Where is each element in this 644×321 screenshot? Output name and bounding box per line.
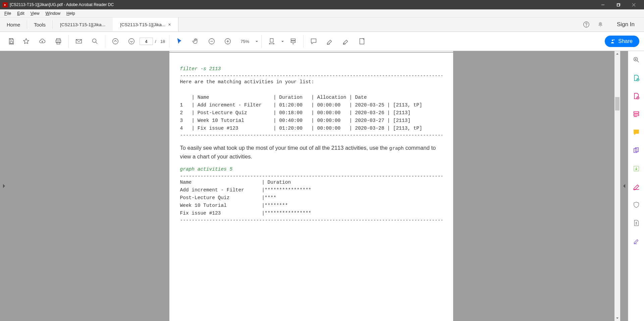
search-plus-icon[interactable] [632, 56, 640, 64]
separator [169, 35, 169, 48]
svg-rect-21 [270, 39, 273, 42]
svg-line-13 [96, 42, 98, 44]
tools-tab[interactable]: Tools [27, 17, 52, 32]
document-tab-1[interactable]: [CS2113-T15-1][Jika... [53, 17, 113, 32]
fill-sign-icon[interactable] [632, 237, 640, 245]
svg-rect-22 [291, 39, 296, 41]
zoom-in-icon[interactable] [220, 33, 236, 49]
pdf-icon: ▸ [3, 2, 8, 7]
vertical-scrollbar[interactable] [614, 51, 620, 321]
maximize-button[interactable] [610, 0, 626, 9]
table-row: 2 | Post-Lecture Quiz | 00:18:00 | 00:00… [180, 109, 442, 117]
menu-view[interactable]: View [28, 9, 43, 17]
graph-row: Post-Lecture Quiz |**** [180, 194, 442, 202]
toolbar: / 18 75% Share [0, 32, 644, 51]
svg-rect-37 [634, 114, 639, 116]
share-button[interactable]: Share [605, 36, 639, 47]
redact-icon[interactable] [632, 183, 640, 191]
page-down-icon[interactable] [123, 33, 140, 49]
document-viewport[interactable]: filter -s 2113 -------------------------… [8, 51, 614, 321]
scroll-up-icon[interactable] [614, 51, 620, 57]
sign-in-button[interactable]: Sign In [607, 17, 644, 32]
menu-help[interactable]: Help [63, 9, 78, 17]
menu-window[interactable]: Window [43, 9, 63, 17]
star-icon[interactable] [18, 33, 34, 49]
svg-point-12 [93, 39, 96, 43]
divider: ----------------------------------------… [180, 73, 442, 78]
table-row: 1 | Add increment - Filter | 01:20:00 | … [180, 101, 442, 109]
protect-icon[interactable] [632, 201, 640, 209]
svg-point-6 [586, 26, 587, 26]
svg-point-26 [612, 40, 613, 41]
zoom-dropdown-icon[interactable] [254, 40, 259, 43]
right-nav-slit[interactable] [620, 51, 628, 321]
bell-icon[interactable] [593, 17, 607, 32]
page-up-icon[interactable] [107, 33, 123, 49]
chevron-right-icon [3, 184, 5, 188]
separator [68, 35, 69, 48]
zoom-level: 75% [236, 39, 254, 44]
window-title: [CS2113-T15-1][Jikan]UG.pdf - Adobe Acro… [10, 2, 595, 7]
divider: ----------------------------------------… [180, 217, 442, 223]
svg-rect-8 [57, 39, 60, 40]
create-pdf-icon[interactable] [632, 92, 640, 100]
titlebar: ▸ [CS2113-T15-1][Jikan]UG.pdf - Adobe Ac… [0, 0, 644, 9]
fit-dropdown-icon[interactable] [280, 40, 285, 43]
graph-header: Name | Duration [180, 179, 442, 186]
intro-text: Here are the matching activities in your… [180, 78, 442, 86]
share-label: Share [618, 38, 633, 44]
help-icon[interactable] [579, 17, 593, 32]
menu-file[interactable]: File [1, 9, 14, 17]
minimize-button[interactable] [595, 0, 610, 9]
fit-width-icon[interactable] [264, 33, 280, 49]
divider: ----------------------------------------… [180, 173, 442, 179]
edit-pdf-icon[interactable] [632, 110, 640, 118]
document-page: filter -s 2113 -------------------------… [169, 52, 453, 321]
search-icon[interactable] [87, 33, 103, 49]
divider: ----------------------------------------… [180, 132, 442, 138]
zoom-out-icon[interactable] [204, 33, 220, 49]
svg-rect-36 [634, 112, 639, 113]
svg-point-14 [113, 39, 118, 44]
comment-icon[interactable] [306, 33, 322, 49]
export-pdf-icon[interactable] [632, 74, 640, 82]
graph-row: Week 10 Tutorial |******** [180, 202, 442, 210]
tab-close-icon[interactable]: × [168, 22, 171, 27]
sign-icon[interactable] [338, 33, 354, 49]
home-tab[interactable]: Home [0, 17, 27, 32]
save-icon[interactable] [5, 33, 18, 49]
page-slash: / [155, 39, 156, 44]
comment-tool-icon[interactable] [632, 128, 640, 136]
command-text: graph activities 5 [180, 166, 442, 173]
hand-tool-icon[interactable] [187, 33, 204, 49]
scroll-mode-icon[interactable] [285, 33, 301, 49]
close-button[interactable] [626, 0, 641, 9]
svg-point-27 [613, 39, 614, 40]
menu-edit[interactable]: Edit [14, 9, 28, 17]
mail-icon[interactable] [71, 33, 87, 49]
table-row: 4 | Fix issue #123 | 01:20:00 | 00:00:00… [180, 125, 442, 132]
svg-rect-23 [291, 41, 296, 43]
left-nav-slit[interactable] [0, 51, 8, 321]
scrollbar-track[interactable] [614, 57, 620, 315]
page-number-input[interactable] [140, 38, 153, 45]
stamp-icon[interactable] [354, 33, 370, 49]
separator [261, 35, 262, 48]
scroll-down-icon[interactable] [614, 315, 620, 321]
command-text: filter -s 2113 [180, 65, 442, 73]
table-header: | Name | Duration | Allocation | Date [180, 94, 442, 101]
select-tool-icon[interactable] [171, 33, 187, 49]
print-icon[interactable] [50, 33, 66, 49]
main-area: filter -s 2113 -------------------------… [0, 51, 644, 321]
chevron-left-icon [623, 184, 625, 188]
document-tab-2[interactable]: [CS2113-T15-1][Jika...× [113, 17, 178, 32]
table-row: 3 | Week 10 Tutorial | 00:40:00 | 00:00:… [180, 117, 442, 125]
combine-files-icon[interactable] [632, 146, 640, 154]
separator [303, 35, 304, 48]
compress-icon[interactable] [632, 219, 640, 227]
cloud-icon[interactable] [34, 33, 50, 49]
scrollbar-thumb[interactable] [615, 97, 620, 110]
organize-pages-icon[interactable] [632, 165, 640, 173]
highlight-icon[interactable] [322, 33, 338, 49]
menubar: File Edit View Window Help [0, 9, 644, 17]
